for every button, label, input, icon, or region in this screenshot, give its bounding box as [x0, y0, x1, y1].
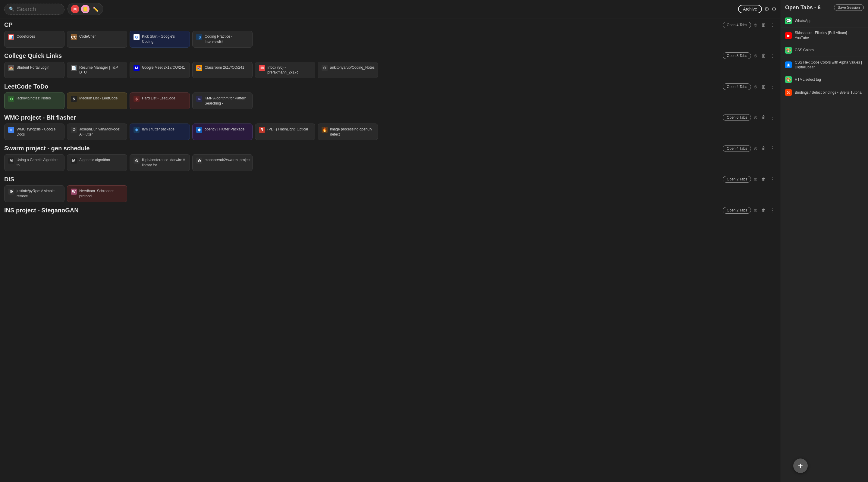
- tab-card-codechef[interactable]: CCCodeChef: [67, 31, 127, 47]
- sidebar-tab-youtube[interactable]: ▶Skinshape - Filoxiny [Full Album] - You…: [781, 27, 868, 44]
- tab-card-using-genetic[interactable]: MUsing a Genetic Algorithm to: [4, 154, 64, 171]
- trash-icon[interactable]: 🗑: [760, 22, 767, 28]
- share-icon[interactable]: ⎋: [753, 114, 758, 121]
- tab-card-a-genetic[interactable]: MA genetic algorithm: [67, 154, 127, 171]
- tab-favicon-interviewbit: iβ: [196, 34, 202, 40]
- tab-card-lackovic[interactable]: ⊙lackovic/notes: Notes: [4, 93, 64, 109]
- tab-title-resume: Resume Manager | T&P DTU: [79, 65, 123, 75]
- trash-icon[interactable]: 🗑: [760, 176, 767, 183]
- tab-card-student[interactable]: 🏫Student Portal Login: [4, 62, 64, 78]
- share-icon[interactable]: ⎋: [753, 84, 758, 90]
- share-icon[interactable]: ⎋: [753, 53, 758, 59]
- save-session-button[interactable]: Save Session: [834, 4, 864, 11]
- open-tabs-button-ins[interactable]: Open 2 Tabs: [723, 207, 751, 214]
- group-header-college: College Quick LinksOpen 8 Tabs⎋🗑⋮: [4, 53, 776, 59]
- tab-card-mannprerak[interactable]: ⊙mannprerak2/swarm_project:: [192, 154, 253, 171]
- tab-title-codechef: CodeChef: [79, 34, 123, 39]
- share-icon[interactable]: ⎋: [753, 207, 758, 214]
- group-title-swarm: Swarm project - gen schedule: [4, 145, 723, 152]
- search-input[interactable]: [17, 6, 56, 13]
- open-tabs-button-leetcode[interactable]: Open 4 Tabs: [723, 84, 751, 90]
- group-title-leetcode: LeetCode ToDo: [4, 83, 723, 90]
- share-icon[interactable]: ⎋: [753, 145, 758, 152]
- tab-card-classroom[interactable]: 📚Classroom 2k17/CO/241: [192, 62, 253, 78]
- keep-icon[interactable]: 📒: [81, 5, 90, 13]
- open-tabs-button-dis[interactable]: Open 2 Tabs: [723, 176, 751, 183]
- more-icon[interactable]: ⋮: [769, 176, 776, 183]
- tab-favicon-opencv-flutter: ◆: [196, 127, 202, 133]
- tab-card-codeforces[interactable]: 📊Codeforces: [4, 31, 64, 47]
- pencil-icon[interactable]: ✏️: [91, 5, 100, 13]
- tab-title-using-genetic: Using a Genetic Algorithm to: [17, 158, 61, 168]
- share-icon[interactable]: ⎋: [753, 22, 758, 28]
- sidebar-tab-htmltag[interactable]: 🎨HTML select tag: [781, 73, 868, 86]
- sidebar-tab-digitalocean[interactable]: ◉CSS Hex Code Colors with Alpha Values |…: [781, 57, 868, 73]
- archive-button[interactable]: Archive: [738, 5, 762, 13]
- tab-favicon-lackovic: ⊙: [8, 96, 14, 102]
- tabs-grid-cp: 📊CodeforcesCCCodeChefGKick Start - Googl…: [4, 31, 776, 47]
- tab-favicon-classroom: 📚: [196, 65, 202, 71]
- group-header-swarm: Swarm project - gen scheduleOpen 4 Tabs⎋…: [4, 145, 776, 152]
- tab-card-flashlight[interactable]: R(PDF) FlashLight: Optical: [255, 124, 315, 140]
- tab-card-interviewbit[interactable]: iβCoding Practice - InterviewBit: [192, 31, 253, 47]
- search-box[interactable]: 🔍: [4, 4, 64, 15]
- tab-title-filiph: filiph/conference_darwin: A library for: [142, 158, 186, 168]
- tab-card-imgproc[interactable]: 🔥image processing openCV detect: [318, 124, 378, 140]
- trash-icon[interactable]: 🗑: [760, 53, 767, 59]
- sidebar-header: Open Tabs - 6 Save Session: [781, 4, 868, 14]
- more-icon[interactable]: ⋮: [769, 145, 776, 152]
- tab-card-kickstart[interactable]: GKick Start - Google's Coding: [130, 31, 190, 47]
- sidebar-favicon-digitalocean: ◉: [785, 61, 792, 68]
- tab-title-github-notes: ankitpriyarup/Coding_Notes: [330, 65, 375, 70]
- tab-card-josephdunivan[interactable]: ⊙JosephDunivan/Morkode: A Flutter: [67, 124, 127, 140]
- tab-card-hard-list[interactable]: $Hard List - LeetCode: [130, 93, 190, 109]
- tab-card-justinfx[interactable]: ⊙justinfx/pyRpc: A simple remote: [4, 185, 64, 202]
- tab-card-github-notes[interactable]: ⊙ankitpriyarup/Coding_Notes: [318, 62, 378, 78]
- open-tabs-button-cp[interactable]: Open 4 Tabs: [723, 22, 751, 28]
- config-icon[interactable]: ⚙: [772, 6, 776, 12]
- group-ins: INS project - SteganoGANOpen 2 Tabs⎋🗑⋮: [4, 207, 776, 214]
- tab-card-filiph[interactable]: ⊙filiph/conference_darwin: A library for: [130, 154, 190, 171]
- group-header-wmc: WMC project - Bit flasherOpen 6 Tabs⎋🗑⋮: [4, 114, 776, 121]
- tab-favicon-kickstart: G: [133, 34, 140, 40]
- tab-favicon-needham: W: [71, 189, 77, 195]
- sidebar-tab-whatsapp[interactable]: 💬WhatsApp: [781, 14, 868, 27]
- sidebar-tab-svelte[interactable]: SBindings / Select bindings • Svelte Tut…: [781, 86, 868, 99]
- trash-icon[interactable]: 🗑: [760, 84, 767, 90]
- tab-card-wmc-synopsis[interactable]: ≡WMC synopsis - Google Docs: [4, 124, 64, 140]
- tabs-grid-swarm: MUsing a Genetic Algorithm toMA genetic …: [4, 154, 776, 171]
- tab-card-medium-list[interactable]: $Medium List - LeetCode: [67, 93, 127, 109]
- share-icon[interactable]: ⎋: [753, 176, 758, 183]
- tab-card-opencv-flutter[interactable]: ◆opencv | Flutter Package: [192, 124, 253, 140]
- sidebar-tab-csscolors[interactable]: 🎨CSS Colors: [781, 44, 868, 57]
- settings-icon[interactable]: ⚙: [764, 6, 769, 12]
- tab-favicon-github-notes: ⊙: [321, 65, 328, 71]
- tab-card-meet[interactable]: MGoogle Meet 2k17/CO/241: [130, 62, 190, 78]
- tab-title-interviewbit: Coding Practice - InterviewBit: [205, 34, 249, 44]
- tab-card-lam-flutter[interactable]: ◆lam | flutter package: [130, 124, 190, 140]
- tabs-grid-leetcode: ⊙lackovic/notes: Notes$Medium List - Lee…: [4, 93, 776, 109]
- more-icon[interactable]: ⋮: [769, 114, 776, 121]
- more-icon[interactable]: ⋮: [769, 83, 776, 90]
- tab-card-kmp[interactable]: ∞KMP Algorithm for Pattern Searching -: [192, 93, 253, 109]
- trash-icon[interactable]: 🗑: [760, 207, 767, 214]
- sidebar-favicon-csscolors: 🎨: [785, 47, 792, 54]
- more-icon[interactable]: ⋮: [769, 22, 776, 28]
- more-icon[interactable]: ⋮: [769, 53, 776, 59]
- group-actions-ins: Open 2 Tabs⎋🗑⋮: [723, 207, 776, 214]
- more-icon[interactable]: ⋮: [769, 207, 776, 214]
- tab-favicon-filiph: ⊙: [133, 158, 140, 164]
- open-tabs-button-college[interactable]: Open 8 Tabs: [723, 53, 751, 59]
- open-tabs-button-wmc[interactable]: Open 6 Tabs: [723, 114, 751, 121]
- tabs-grid-wmc: ≡WMC synopsis - Google Docs⊙JosephDuniva…: [4, 124, 776, 140]
- group-dis: DISOpen 2 Tabs⎋🗑⋮⊙justinfx/pyRpc: A simp…: [4, 176, 776, 202]
- tab-card-resume[interactable]: 📄Resume Manager | T&P DTU: [67, 62, 127, 78]
- tab-card-inbox[interactable]: ✉Inbox (80) - prerakmann_2k17c: [255, 62, 315, 78]
- trash-icon[interactable]: 🗑: [760, 145, 767, 152]
- tab-title-wmc-synopsis: WMC synopsis - Google Docs: [17, 127, 61, 137]
- group-actions-cp: Open 4 Tabs⎋🗑⋮: [723, 22, 776, 28]
- trash-icon[interactable]: 🗑: [760, 114, 767, 121]
- gmail-icon[interactable]: M: [71, 5, 79, 13]
- open-tabs-button-swarm[interactable]: Open 4 Tabs: [723, 145, 751, 152]
- tab-card-needham[interactable]: WNeedham–Schroeder protocol: [67, 185, 127, 202]
